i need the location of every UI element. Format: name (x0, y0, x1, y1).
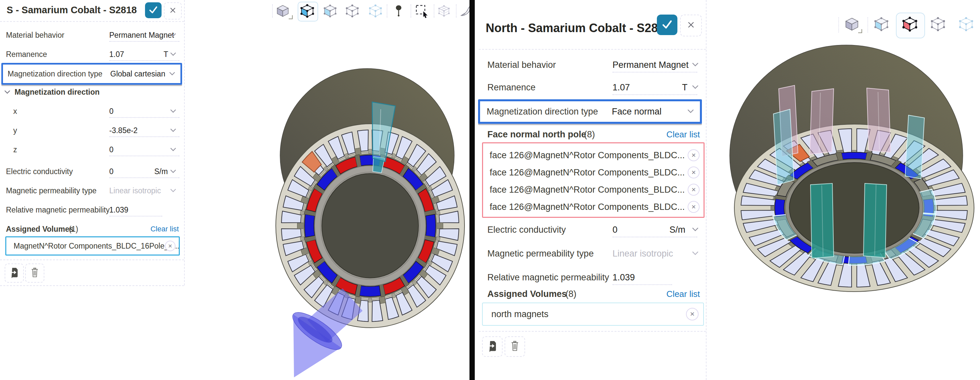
panel-bottom-border (0, 285, 184, 286)
field-underline (109, 177, 180, 178)
remove-face-icon[interactable]: ✕ (688, 184, 700, 196)
face-list-item[interactable]: face 126@MagnetN^Rotor Components_BLDC..… (483, 199, 703, 215)
value-input[interactable]: 0 (109, 145, 114, 154)
dropdown-value[interactable]: Linear isotropic (109, 186, 161, 195)
assigned-volumes-count: (1) (69, 225, 78, 234)
face-list-item[interactable]: face 126@MagnetN^Rotor Components_BLDC..… (483, 182, 703, 198)
3d-viewport-left[interactable] (185, 0, 469, 380)
delete-button[interactable] (25, 264, 45, 283)
field-y: y -3.85e-2 (0, 124, 184, 137)
section-label: Magnetization direction (14, 88, 100, 97)
view-cube-corner-icon (858, 29, 862, 33)
value-input[interactable]: 0 (109, 167, 114, 176)
chevron-down-icon[interactable] (692, 62, 698, 68)
face-normal-count: (8) (584, 129, 595, 140)
remove-chip-icon[interactable]: ✕ (165, 241, 175, 251)
value-input[interactable]: 1.039 (612, 272, 635, 283)
face-item-label: face 126@MagnetN^Rotor Components_BLDC..… (490, 202, 685, 212)
chevron-down-icon[interactable] (692, 84, 698, 91)
value-input[interactable]: 1.039 (109, 205, 129, 215)
chevron-down-icon[interactable] (170, 51, 176, 57)
select-vertex-button[interactable] (958, 16, 974, 32)
remove-face-icon[interactable]: ✕ (688, 149, 700, 161)
unit-value[interactable]: S/m (154, 167, 168, 176)
chip-label: MagnetN^Rotor Components_BLDC_16Pole_2..… (14, 242, 179, 251)
unit-value[interactable]: T (682, 83, 688, 93)
value-input[interactable]: 1.07 (109, 50, 124, 59)
face-item-label: face 126@MagnetN^Rotor Components_BLDC..… (490, 167, 685, 178)
value-input[interactable]: 0 (109, 107, 114, 116)
field-label: Electric conductivity (6, 167, 73, 176)
field-underline (612, 237, 697, 237)
face-item-label: face 126@MagnetN^Rotor Components_BLDC..… (490, 185, 685, 195)
assign-selection-button[interactable] (482, 336, 503, 357)
chevron-down-icon[interactable] (170, 169, 176, 175)
remove-face-icon[interactable]: ✕ (688, 201, 700, 213)
chevron-down-icon[interactable] (170, 188, 176, 194)
select-volume-button[interactable] (873, 16, 889, 32)
remove-face-icon[interactable]: ✕ (688, 167, 700, 178)
dropdown-value[interactable]: Permanent Magnet (109, 31, 174, 40)
chevron-down-icon[interactable] (687, 108, 694, 114)
field-underline (109, 137, 180, 137)
chip-label: north magnets (491, 309, 549, 320)
field-material-behavior: Material behavior Permanent Magnet (479, 57, 706, 72)
chevron-down-icon[interactable] (170, 147, 176, 153)
face-list-item[interactable]: face 126@MagnetN^Rotor Components_BLDC..… (483, 164, 703, 180)
select-face-button[interactable] (902, 16, 918, 32)
chevron-down-icon[interactable] (169, 71, 175, 77)
import-selection-icon (9, 267, 20, 279)
close-button[interactable] (164, 2, 182, 19)
view-cube-button[interactable] (843, 16, 860, 32)
remove-chip-icon[interactable]: ✕ (686, 308, 698, 320)
dropdown-value[interactable]: Linear isotropic (612, 249, 673, 259)
field-material-behavior: Material behavior Permanent Magnet (0, 29, 184, 42)
assigned-volume-chip[interactable]: north magnets ✕ (482, 302, 704, 326)
value-input[interactable]: 1.07 (612, 83, 630, 93)
field-underline (109, 216, 162, 216)
clear-list-link[interactable]: Clear list (667, 129, 700, 140)
import-selection-icon (486, 340, 498, 353)
field-label: Relative magnetic permeability (6, 205, 110, 215)
trash-icon (509, 340, 520, 353)
confirm-button[interactable] (657, 14, 678, 35)
field-z: z 0 (0, 143, 184, 156)
value-input[interactable]: -3.85e-2 (109, 126, 138, 135)
field-magnetic-permeability-type: Magnetic permeability type Linear isotro… (0, 184, 184, 197)
dropdown-value[interactable]: Permanent Magnet (612, 60, 689, 70)
field-label: Material behavior (487, 60, 556, 70)
3d-viewport-right[interactable] (707, 0, 980, 380)
chevron-down-icon[interactable] (170, 108, 176, 114)
field-label: z (13, 145, 17, 154)
unit-value[interactable]: S/m (670, 225, 685, 235)
field-label: Relative magnetic permeability (487, 272, 609, 283)
panel-right-border (184, 0, 185, 285)
clear-list-link[interactable]: Clear list (150, 225, 179, 233)
unit-value[interactable]: T (164, 50, 168, 59)
face-item-label: face 126@MagnetN^Rotor Components_BLDC..… (490, 150, 685, 161)
face-list-item[interactable]: face 126@MagnetN^Rotor Components_BLDC..… (483, 147, 703, 163)
dropdown-value[interactable]: Face normal (612, 107, 662, 117)
field-label: Magnetization direction type (8, 70, 102, 78)
clear-list-link[interactable]: Clear list (667, 289, 700, 299)
dropdown-value[interactable]: Global cartesian (110, 70, 165, 78)
magnetization-direction-type-highlight: Magnetization direction type Global cart… (1, 63, 182, 85)
assign-selection-button[interactable] (5, 264, 24, 283)
chevron-down-icon[interactable] (170, 32, 176, 38)
delete-button[interactable] (504, 336, 525, 357)
assigned-volume-chip[interactable]: MagnetN^Rotor Components_BLDC_16Pole_2..… (5, 236, 180, 256)
close-icon (168, 5, 178, 17)
select-edge-button[interactable] (930, 16, 946, 32)
chevron-down-icon[interactable] (692, 251, 698, 256)
face-normal-label: Face normal north pole (487, 129, 586, 140)
chevron-down-icon[interactable] (170, 127, 176, 134)
value-input[interactable]: 0 (612, 225, 617, 235)
close-button[interactable] (680, 14, 702, 37)
field-relative-magnetic-permeability: Relative magnetic permeability 1.039 (0, 203, 184, 216)
field-underline (109, 117, 180, 118)
chevron-down-icon[interactable] (692, 227, 698, 233)
collapse-chevron-icon[interactable] (4, 91, 10, 94)
field-remanence: Remanence 1.07 T (479, 80, 706, 95)
assigned-volumes-count: (8) (565, 289, 576, 299)
confirm-button[interactable] (145, 2, 162, 18)
